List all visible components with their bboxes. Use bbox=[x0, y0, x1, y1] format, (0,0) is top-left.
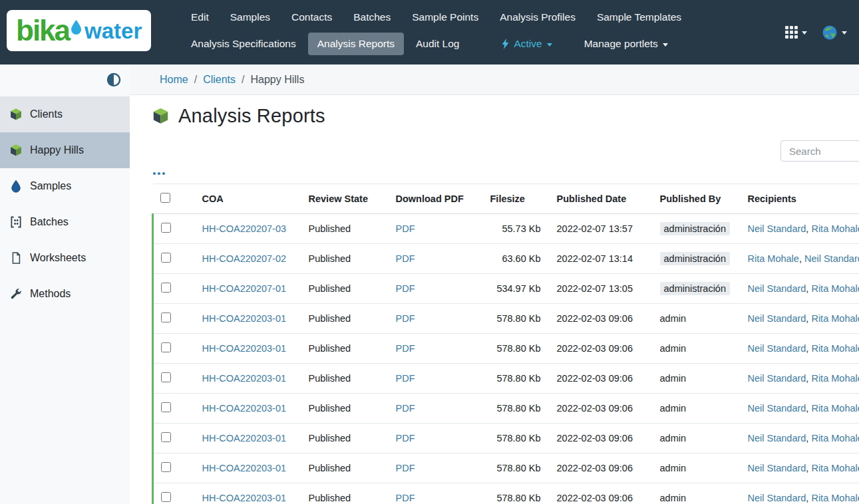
nav-item-analysis-reports[interactable]: Analysis Reports bbox=[308, 33, 404, 55]
breadcrumb-clients[interactable]: Clients bbox=[203, 74, 236, 86]
recipients-cell: Neil Standard, Rita Mohale bbox=[740, 483, 859, 504]
nav-item-analysis-specifications[interactable]: Analysis Specifications bbox=[182, 33, 305, 55]
pdf-link[interactable]: PDF bbox=[396, 463, 415, 473]
row-select-cell bbox=[153, 214, 194, 244]
recipient-link[interactable]: Neil Standard bbox=[748, 313, 806, 324]
state-filter-dropdown[interactable]: Active bbox=[492, 33, 561, 55]
nav-item-batches[interactable]: Batches bbox=[344, 6, 400, 29]
coa-link[interactable]: HH-COA220207-01 bbox=[202, 283, 287, 294]
row-checkbox[interactable] bbox=[161, 402, 171, 412]
pdf-link[interactable]: PDF bbox=[396, 223, 415, 234]
nav-item-edit[interactable]: Edit bbox=[182, 6, 218, 29]
column-header-download-pdf[interactable]: Download PDF bbox=[388, 184, 482, 214]
sidebar-item-methods[interactable]: Methods bbox=[0, 276, 130, 312]
pdf-link[interactable]: PDF bbox=[396, 313, 415, 324]
language-dropdown[interactable] bbox=[819, 22, 850, 43]
coa-link[interactable]: HH-COA220203-01 bbox=[202, 373, 287, 384]
sidebar-item-label: Clients bbox=[30, 108, 63, 120]
row-checkbox[interactable] bbox=[161, 342, 171, 352]
recipient-link[interactable]: Rita Mohale bbox=[811, 403, 859, 414]
recipient-link[interactable]: Neil Standard bbox=[748, 403, 806, 414]
pdf-link[interactable]: PDF bbox=[396, 373, 415, 384]
recipient-link[interactable]: Rita Mohale bbox=[811, 343, 859, 354]
sidebar-item-worksheets[interactable]: Worksheets bbox=[0, 240, 130, 276]
manage-portlets-label: Manage portlets bbox=[584, 38, 658, 50]
pdf-link[interactable]: PDF bbox=[396, 403, 415, 414]
manage-portlets-dropdown[interactable]: Manage portlets bbox=[575, 33, 677, 55]
recipient-link[interactable]: Neil Standard bbox=[748, 283, 806, 294]
row-checkbox[interactable] bbox=[161, 462, 171, 472]
coa-link[interactable]: HH-COA220203-01 bbox=[202, 463, 287, 473]
recipient-link[interactable]: Rita Mohale bbox=[811, 493, 859, 503]
coa-link[interactable]: HH-COA220203-01 bbox=[202, 403, 287, 414]
recipient-link[interactable]: Rita Mohale bbox=[811, 463, 859, 473]
sidebar-item-label: Samples bbox=[30, 180, 71, 192]
recipient-link[interactable]: Neil Standard bbox=[748, 223, 806, 234]
row-checkbox[interactable] bbox=[161, 283, 171, 293]
pdf-link[interactable]: PDF bbox=[396, 343, 415, 354]
row-checkbox[interactable] bbox=[161, 313, 171, 322]
search-input[interactable] bbox=[780, 140, 859, 162]
nav-item-sample-points[interactable]: Sample Points bbox=[403, 6, 488, 29]
recipient-link[interactable]: Rita Mohale bbox=[748, 253, 799, 264]
nav-item-contacts[interactable]: Contacts bbox=[282, 6, 341, 29]
row-checkbox[interactable] bbox=[161, 223, 171, 233]
column-header-published-by[interactable]: Published By bbox=[652, 184, 740, 214]
review-state: Published bbox=[301, 483, 388, 504]
recipient-link[interactable]: Rita Mohale bbox=[811, 223, 859, 234]
analysis-reports-table: COA Review State Download PDF Filesize P… bbox=[152, 184, 859, 504]
recipient-link[interactable]: Neil Standard bbox=[748, 433, 806, 443]
filesize: 578.80 Kb bbox=[482, 483, 549, 504]
coa-link[interactable]: HH-COA220207-02 bbox=[202, 253, 287, 264]
row-select-cell bbox=[153, 274, 194, 304]
row-checkbox[interactable] bbox=[161, 492, 171, 502]
coa-link[interactable]: HH-COA220203-01 bbox=[202, 433, 287, 443]
sidebar-item-batches[interactable]: Batches bbox=[0, 204, 130, 240]
sidebar-item-samples[interactable]: Samples bbox=[0, 168, 130, 204]
apps-grid-dropdown[interactable] bbox=[782, 23, 810, 41]
recipient-link[interactable]: Neil Standard bbox=[748, 493, 806, 503]
recipient-link[interactable]: Neil Standard bbox=[748, 463, 806, 473]
column-header-published-date[interactable]: Published Date bbox=[549, 184, 652, 214]
recipient-link[interactable]: Neil Standard bbox=[748, 343, 806, 354]
column-header-coa[interactable]: COA bbox=[194, 184, 301, 214]
recipient-link[interactable]: Neil Standard bbox=[748, 373, 806, 384]
published-date: 2022-02-03 09:06 bbox=[549, 334, 652, 364]
recipient-link[interactable]: Rita Mohale bbox=[811, 433, 859, 443]
context-menu-button[interactable] bbox=[152, 170, 166, 177]
nav-item-sample-templates[interactable]: Sample Templates bbox=[588, 6, 691, 29]
row-select-cell bbox=[153, 304, 194, 334]
nav-item-samples[interactable]: Samples bbox=[221, 6, 279, 29]
published-date: 2022-02-07 13:14 bbox=[549, 244, 652, 274]
recipient-link[interactable]: Neil Standard bbox=[804, 253, 859, 264]
sidebar-toggle-button[interactable] bbox=[106, 72, 122, 88]
coa-link[interactable]: HH-COA220207-03 bbox=[202, 223, 287, 234]
published-date: 2022-02-03 09:06 bbox=[549, 424, 652, 453]
published-by: admin bbox=[660, 403, 687, 414]
nav-item-audit-log[interactable]: Audit Log bbox=[407, 33, 469, 55]
row-checkbox[interactable] bbox=[161, 372, 171, 382]
app-logo[interactable]: bika water bbox=[7, 10, 151, 51]
pdf-link[interactable]: PDF bbox=[396, 493, 415, 503]
pdf-link[interactable]: PDF bbox=[396, 253, 415, 264]
recipients-cell: Neil Standard, Rita Mohale bbox=[740, 214, 859, 244]
column-header-recipients[interactable]: Recipients bbox=[740, 184, 859, 214]
recipient-link[interactable]: Rita Mohale bbox=[811, 283, 859, 294]
pdf-link[interactable]: PDF bbox=[396, 433, 415, 443]
sidebar-item-clients[interactable]: Clients bbox=[0, 96, 130, 132]
select-all-checkbox[interactable] bbox=[160, 193, 170, 203]
recipient-link[interactable]: Rita Mohale bbox=[811, 313, 859, 324]
recipient-link[interactable]: Rita Mohale bbox=[811, 373, 859, 384]
column-header-filesize[interactable]: Filesize bbox=[482, 184, 549, 214]
coa-link[interactable]: HH-COA220203-01 bbox=[202, 343, 287, 354]
breadcrumb-home[interactable]: Home bbox=[160, 74, 188, 86]
coa-link[interactable]: HH-COA220203-01 bbox=[202, 493, 287, 503]
row-checkbox[interactable] bbox=[161, 432, 171, 442]
nav-item-analysis-profiles[interactable]: Analysis Profiles bbox=[490, 6, 585, 29]
row-checkbox[interactable] bbox=[161, 253, 171, 263]
coa-link[interactable]: HH-COA220203-01 bbox=[202, 313, 287, 324]
recipients-cell: Neil Standard, Rita Mohale bbox=[740, 394, 859, 424]
pdf-link[interactable]: PDF bbox=[396, 283, 415, 294]
sidebar-item-happy-hills[interactable]: Happy Hills bbox=[0, 132, 130, 168]
column-header-review-state[interactable]: Review State bbox=[301, 184, 388, 214]
